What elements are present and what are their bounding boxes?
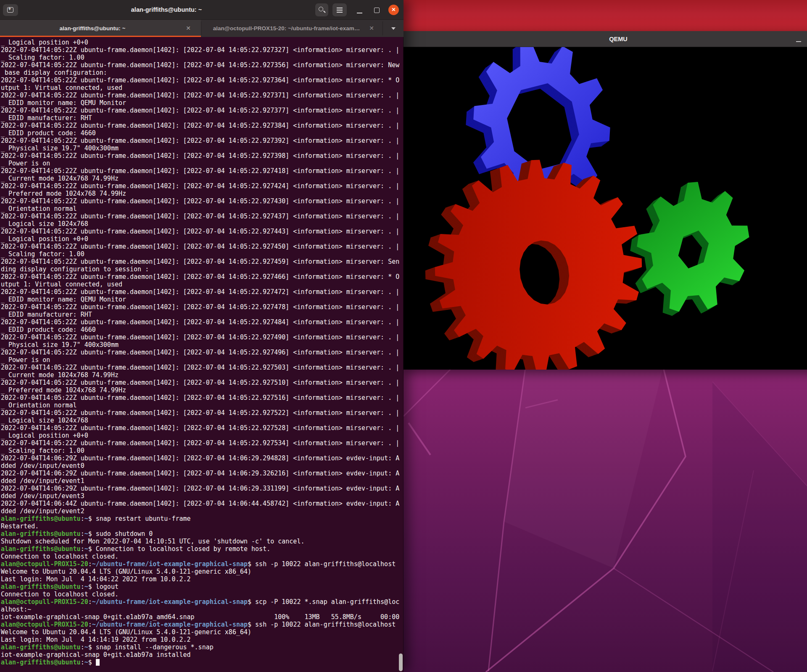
terminal-line: alan-griffiths@ubuntu:~$ bbox=[1, 659, 399, 666]
terminal-line: base display configuration: bbox=[1, 69, 399, 76]
terminal-line: 2022-07-04T14:05:22Z ubuntu-frame.daemon… bbox=[1, 409, 399, 417]
qemu-window[interactable]: QEMU bbox=[403, 31, 807, 370]
terminal-line: Connection to localhost closed. bbox=[1, 591, 399, 598]
tab-list-button[interactable] bbox=[383, 20, 404, 37]
terminal-line: _ Power is on bbox=[1, 356, 399, 364]
terminal-line: dded /dev/input/event0 bbox=[1, 462, 399, 470]
terminal-line: alan-griffiths@ubuntu:~$ snap install --… bbox=[1, 643, 399, 651]
terminal-line: iot-example-graphical-snap_0+git.e1ab97a… bbox=[1, 613, 399, 621]
terminal-line: iot-example-graphical-snap 0+git.e1ab97a… bbox=[1, 651, 399, 659]
terminal-line: 2022-07-04T14:05:22Z ubuntu-frame.daemon… bbox=[1, 273, 399, 281]
terminal-line: _ Preferred mode 1024x768 74.99Hz bbox=[1, 190, 399, 197]
close-button[interactable]: ✕ bbox=[388, 5, 399, 15]
minimize-button[interactable] bbox=[357, 13, 362, 13]
chevron-down-icon bbox=[391, 27, 396, 30]
terminal-line: alan-griffiths@ubuntu:~$ snap restart ub… bbox=[1, 515, 399, 522]
terminal-line: 2022-07-04T14:05:22Z ubuntu-frame.daemon… bbox=[1, 379, 399, 386]
terminal-line: _ EDID manufacturer: RHT bbox=[1, 311, 399, 318]
terminal-line: _ EDID monitor name: QEMU Monitor bbox=[1, 296, 399, 303]
terminal-line: utput 1: Virtual connected, used bbox=[1, 281, 399, 288]
terminal-line: 2022-07-04T14:05:22Z ubuntu-frame.daemon… bbox=[1, 228, 399, 235]
qemu-title: QEMU bbox=[403, 31, 807, 47]
terminal-line: alan-griffiths@ubuntu:~$ logout bbox=[1, 583, 399, 591]
terminal-line: 2022-07-04T14:05:22Z ubuntu-frame.daemon… bbox=[1, 439, 399, 447]
terminal-line: _ Physical size 19.7" 400x300mm bbox=[1, 144, 399, 152]
qemu-minimize-icon[interactable] bbox=[796, 41, 801, 42]
terminal-line: Restarted. bbox=[1, 522, 399, 530]
terminal-titlebar[interactable]: + alan-griffiths@ubuntu: ~ ✕ bbox=[0, 0, 404, 20]
terminal-line: Last login: Mon Jul 4 14:04:22 2022 from… bbox=[1, 575, 399, 583]
terminal-line: _ Logical size 1024x768 bbox=[1, 220, 399, 228]
maximize-button[interactable] bbox=[374, 8, 380, 13]
qemu-titlebar[interactable]: QEMU bbox=[403, 31, 807, 47]
terminal-cursor bbox=[96, 659, 100, 666]
terminal-line: ding display configuration to session : bbox=[1, 265, 399, 273]
terminal-line: Last login: Mon Jul 4 14:14:19 2022 from… bbox=[1, 636, 399, 643]
tab-close-icon[interactable]: ✕ bbox=[367, 20, 376, 37]
tab-close-icon[interactable]: ✕ bbox=[184, 20, 193, 37]
terminal-line: 2022-07-04T14:06:29Z ubuntu-frame.daemon… bbox=[1, 454, 399, 462]
terminal-line: 2022-07-04T14:05:22Z ubuntu-frame.daemon… bbox=[1, 303, 399, 311]
terminal-line: alan-griffiths@ubuntu:~$ sudo shutdown 0 bbox=[1, 530, 399, 538]
terminal-line: _ EDID product code: 4660 bbox=[1, 326, 399, 333]
terminal-line: 2022-07-04T14:05:22Z ubuntu-frame.daemon… bbox=[1, 349, 399, 356]
tab-inactive[interactable]: alan@octopull-PROX15-20: ~/ubuntu-frame/… bbox=[201, 20, 382, 37]
terminal-line: _ Current mode 1024x768 74.99Hz bbox=[1, 175, 399, 182]
tab-inactive-label: alan@octopull-PROX15-20: ~/ubuntu-frame/… bbox=[206, 20, 367, 37]
terminal-line: 2022-07-04T14:05:22Z ubuntu-frame.daemon… bbox=[1, 167, 399, 175]
terminal-line: _ Physical size 19.7" 400x300mm bbox=[1, 341, 399, 349]
search-icon bbox=[319, 7, 323, 11]
terminal-line: 2022-07-04T14:05:22Z ubuntu-frame.daemon… bbox=[1, 258, 399, 265]
terminal-line: _ Scaling factor: 1.00 bbox=[1, 250, 399, 258]
terminal-line: alan@octopull-PROX15-20:~/ubuntu-frame/i… bbox=[1, 621, 399, 628]
terminal-line: 2022-07-04T14:05:22Z ubuntu-frame.daemon… bbox=[1, 333, 399, 341]
terminal-line: _ Logical position +0+0 bbox=[1, 235, 399, 243]
terminal-line: 2022-07-04T14:06:29Z ubuntu-frame.daemon… bbox=[1, 470, 399, 477]
tab-active-label: alan-griffiths@ubuntu: ~ bbox=[0, 20, 185, 37]
terminal-line: alan-griffiths@ubuntu:~$ Connection to l… bbox=[1, 545, 399, 553]
new-tab-button[interactable]: + bbox=[3, 4, 18, 16]
terminal-window[interactable]: + alan-griffiths@ubuntu: ~ ✕ alan-griffi… bbox=[0, 0, 404, 672]
gear-green bbox=[618, 172, 760, 328]
terminal-line: 2022-07-04T14:05:22Z ubuntu-frame.daemon… bbox=[1, 394, 399, 402]
terminal-line: _ Orientation normal bbox=[1, 402, 399, 409]
terminal-line: 2022-07-04T14:05:22Z ubuntu-frame.daemon… bbox=[1, 364, 399, 371]
terminal-line: _ Preferred mode 1024x768 74.99Hz bbox=[1, 386, 399, 394]
terminal-line: _ Current mode 1024x768 74.99Hz bbox=[1, 371, 399, 379]
terminal-line: 2022-07-04T14:05:22Z ubuntu-frame.daemon… bbox=[1, 318, 399, 326]
tab-bar: alan-griffiths@ubuntu: ~ ✕ alan@octopull… bbox=[0, 20, 404, 37]
window-title: alan-griffiths@ubuntu: ~ bbox=[18, 0, 315, 20]
terminal-line: 2022-07-04T14:05:22Z ubuntu-frame.daemon… bbox=[1, 213, 399, 220]
terminal-line: Shutdown scheduled for Mon 2022-07-04 14… bbox=[1, 538, 399, 545]
terminal-line: alhost:~ bbox=[1, 606, 399, 613]
gears-canvas bbox=[403, 47, 807, 370]
terminal-line: _ Power is on bbox=[1, 160, 399, 167]
terminal-line: 2022-07-04T14:05:22Z ubuntu-frame.daemon… bbox=[1, 137, 399, 144]
terminal-line: 2022-07-04T14:05:22Z ubuntu-frame.daemon… bbox=[1, 76, 399, 84]
terminal-line: Welcome to Ubuntu 20.04.4 LTS (GNU/Linux… bbox=[1, 628, 399, 636]
search-button[interactable] bbox=[315, 3, 328, 16]
terminal-line: alan@octopull-PROX15-20:~/ubuntu-frame/i… bbox=[1, 598, 399, 606]
terminal-line: Connection to localhost closed. bbox=[1, 553, 399, 560]
terminal-line: _ Scaling factor: 1.00 bbox=[1, 447, 399, 454]
tab-active[interactable]: alan-griffiths@ubuntu: ~ ✕ bbox=[0, 20, 201, 37]
terminal-line: dded /dev/input/event1 bbox=[1, 477, 399, 485]
scrollbar-thumb[interactable] bbox=[399, 654, 403, 671]
desktop: QEMU + alan-griffiths@ubuntu: ~ ✕ alan-g… bbox=[0, 0, 807, 672]
menu-button[interactable] bbox=[332, 3, 347, 16]
terminal-line: 2022-07-04T14:06:44Z ubuntu-frame.daemon… bbox=[1, 500, 399, 507]
terminal-line: 2022-07-04T14:06:29Z ubuntu-frame.daemon… bbox=[1, 485, 399, 492]
terminal-line: 2022-07-04T14:05:22Z ubuntu-frame.daemon… bbox=[1, 61, 399, 69]
terminal-line: 2022-07-04T14:05:22Z ubuntu-frame.daemon… bbox=[1, 46, 399, 54]
terminal-line: _ Scaling factor: 1.00 bbox=[1, 54, 399, 61]
terminal-line: dded /dev/input/event2 bbox=[1, 507, 399, 515]
new-tab-icon: + bbox=[7, 7, 13, 13]
hamburger-icon bbox=[337, 8, 343, 8]
terminal-line: _ EDID monitor name: QEMU Monitor bbox=[1, 99, 399, 107]
terminal-screen[interactable]: _ Logical position +0+02022-07-04T14:05:… bbox=[0, 37, 404, 672]
qemu-viewport[interactable] bbox=[403, 47, 807, 370]
gear-red bbox=[410, 145, 657, 370]
terminal-line: 2022-07-04T14:05:22Z ubuntu-frame.daemon… bbox=[1, 197, 399, 205]
terminal-line: _ Logical position +0+0 bbox=[1, 432, 399, 439]
terminal-line: 2022-07-04T14:05:22Z ubuntu-frame.daemon… bbox=[1, 288, 399, 296]
